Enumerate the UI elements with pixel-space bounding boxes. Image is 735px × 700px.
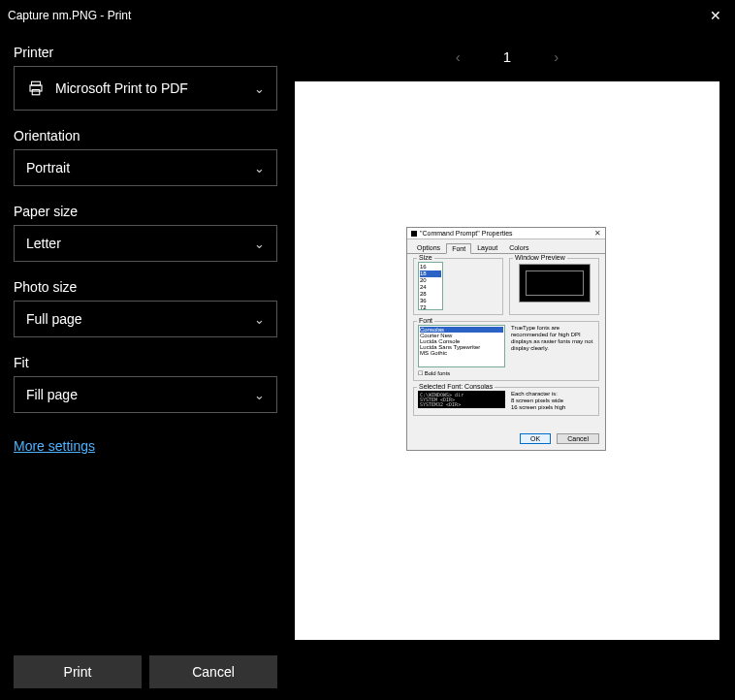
preview-font-note: TrueType fonts are recommended for high …: [511, 325, 594, 367]
main-layout: Printer Microsoft Print to PDF ⌄ Orienta…: [0, 31, 735, 698]
more-settings-link[interactable]: More settings: [14, 438, 277, 454]
preview-tab-options: Options: [411, 242, 446, 253]
action-buttons: Print Cancel: [14, 655, 277, 698]
preview-close-icon: ✕: [594, 229, 601, 238]
preview-ok-button: OK: [520, 433, 551, 444]
preview-cmd-icon: [411, 231, 417, 237]
preview-size-group: Size 16 18 20 24 28 36 72: [413, 258, 503, 315]
preview-panel: ‹ 1 › "Command Prompt" Properties ✕ Opti…: [291, 31, 735, 698]
preview-char-desc: Each character is: 8 screen pixels wide …: [511, 391, 594, 411]
preview-selected-font-group: Selected Font: Consolas C:\WINDOWS> dir …: [413, 387, 599, 416]
print-button[interactable]: Print: [14, 655, 142, 688]
preview-font-list: Consolas Courier New Lucida Console Luci…: [418, 325, 505, 367]
preview-cancel-button: Cancel: [557, 433, 599, 444]
chevron-down-icon: ⌄: [254, 161, 265, 175]
preview-cmd-properties-dialog: "Command Prompt" Properties ✕ Options Fo…: [406, 227, 606, 451]
orientation-select[interactable]: Portrait ⌄: [14, 149, 277, 186]
fit-value: Fill page: [26, 387, 78, 402]
printer-value: Microsoft Print to PDF: [55, 80, 188, 96]
preview-font-sample: C:\WINDOWS> dir SYSTEM <DIR> SYSTEM32 <D…: [418, 391, 505, 408]
prev-page-icon[interactable]: ‹: [456, 48, 461, 65]
preview-body: Size 16 18 20 24 28 36 72: [407, 253, 605, 428]
photo-size-select[interactable]: Full page ⌄: [14, 301, 277, 337]
chevron-down-icon: ⌄: [254, 312, 265, 327]
photo-size-label: Photo size: [14, 279, 277, 295]
chevron-down-icon: ⌄: [254, 81, 265, 96]
chevron-down-icon: ⌄: [254, 237, 265, 251]
printer-icon: [26, 79, 46, 98]
preview-dialog-title: "Command Prompt" Properties: [420, 230, 513, 237]
preview-size-label: Size: [417, 254, 434, 261]
preview-selected-font-label: Selected Font: Consolas: [417, 383, 495, 390]
preview-size-list: 16 18 20 24 28 36 72: [418, 262, 443, 310]
next-page-icon[interactable]: ›: [554, 48, 559, 65]
window-title: Capture nm.PNG - Print: [8, 9, 131, 22]
fit-select[interactable]: Fill page ⌄: [14, 376, 277, 413]
paper-size-value: Letter: [26, 236, 61, 251]
preview-tabs: Options Font Layout Colors: [407, 239, 605, 253]
preview-dialog-buttons: OK Cancel: [407, 428, 605, 450]
preview-dialog-titlebar: "Command Prompt" Properties ✕: [407, 228, 605, 239]
page-number: 1: [503, 48, 511, 65]
paper-size-select[interactable]: Letter ⌄: [14, 225, 277, 262]
orientation-label: Orientation: [14, 128, 277, 143]
paper-size-label: Paper size: [14, 204, 277, 219]
orientation-value: Portrait: [26, 160, 70, 175]
svg-rect-2: [32, 90, 40, 95]
cancel-button[interactable]: Cancel: [149, 655, 277, 688]
fit-label: Fit: [14, 355, 277, 370]
preview-window-preview-label: Window Preview: [513, 254, 567, 261]
preview-window-preview-box: [519, 264, 591, 302]
preview-font-label: Font: [417, 317, 434, 324]
preview-window-preview-group: Window Preview: [509, 258, 599, 315]
preview-tab-font: Font: [446, 243, 471, 254]
preview-tab-layout: Layout: [471, 242, 503, 253]
pager: ‹ 1 ›: [295, 31, 719, 81]
printer-label: Printer: [14, 45, 277, 60]
titlebar: Capture nm.PNG - Print ✕: [0, 0, 735, 31]
preview-tab-colors: Colors: [503, 242, 534, 253]
preview-bold-checkbox: ☐ Bold fonts: [418, 369, 594, 376]
chevron-down-icon: ⌄: [254, 388, 265, 402]
settings-panel: Printer Microsoft Print to PDF ⌄ Orienta…: [0, 31, 291, 698]
photo-size-value: Full page: [26, 311, 82, 327]
preview-font-group: Font Consolas Courier New Lucida Console…: [413, 321, 599, 381]
printer-select[interactable]: Microsoft Print to PDF ⌄: [14, 66, 277, 111]
close-icon[interactable]: ✕: [710, 8, 721, 23]
page-preview: "Command Prompt" Properties ✕ Options Fo…: [295, 81, 719, 640]
